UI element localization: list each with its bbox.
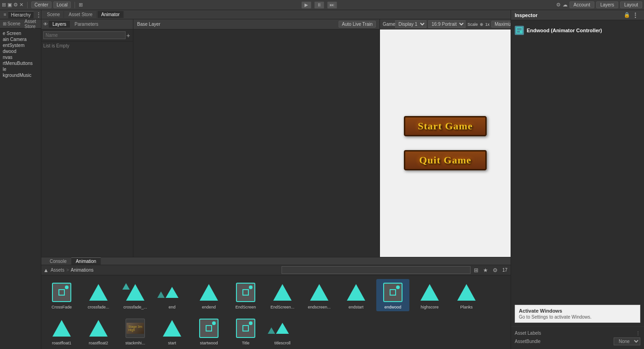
hierarchy-item[interactable]: e Screen bbox=[2, 30, 39, 36]
asset-start[interactable]: start bbox=[155, 315, 189, 347]
layers-button[interactable]: Layers bbox=[596, 1, 618, 8]
play-icon: ▶ bbox=[305, 2, 308, 7]
animator-sidebar: 👁 Layers Parameters + List is Empty bbox=[41, 19, 133, 257]
step-button[interactable]: ⏭ bbox=[327, 1, 337, 9]
inspector-options[interactable]: ⋮ bbox=[630, 12, 640, 19]
hierarchy-item[interactable]: entSystem bbox=[2, 42, 39, 48]
asset-endwood[interactable]: endwood bbox=[376, 279, 409, 311]
asset-crossfade[interactable]: CrossFade bbox=[45, 279, 78, 311]
collab-icon: ⚙ bbox=[556, 2, 561, 8]
roastfloat2-icon bbox=[87, 317, 110, 340]
animator-tab-bar: Scene Asset Store Animator bbox=[41, 10, 511, 19]
animation-tab[interactable]: Animation bbox=[71, 257, 101, 265]
animator-canvas: Base Layer Auto Live Train bbox=[133, 19, 380, 257]
asset-count: 17 bbox=[501, 268, 509, 273]
inspector-header: Inspector 🔒 ⋮ bbox=[511, 10, 644, 20]
list-empty-label: List is Empty bbox=[41, 41, 133, 50]
svg-point-4 bbox=[520, 31, 522, 33]
hierarchy-tab[interactable]: Hierarchy bbox=[8, 11, 34, 18]
asset-search-input[interactable] bbox=[282, 266, 471, 274]
animator-tab-btn[interactable]: Animator bbox=[98, 11, 124, 18]
titlescroll-icon bbox=[271, 317, 294, 340]
game-background: Start Game Quit Game bbox=[380, 29, 511, 257]
activate-sub: Go to Settings to activate Windows. bbox=[519, 314, 636, 320]
crossfade-icon bbox=[50, 281, 73, 304]
endend-label: endend bbox=[202, 305, 216, 309]
layers-tab[interactable]: Layers bbox=[49, 21, 70, 28]
planks-label: Planks bbox=[460, 305, 472, 309]
highscore-label: highscore bbox=[420, 305, 438, 309]
asset-browser: ▲ Assets > Animations ⊞ ★ ⚙ 17 bbox=[41, 265, 511, 349]
space-btn[interactable]: Local bbox=[53, 1, 71, 8]
base-layer-label: Base Layer bbox=[137, 22, 161, 27]
asset-title[interactable]: Title bbox=[229, 315, 262, 347]
asset-stackmhi[interactable]: Stage 3mHigh stackmhi... bbox=[119, 315, 152, 347]
activate-title: Activate Windows bbox=[519, 308, 636, 314]
asset-titlescroll[interactable]: titlescroll bbox=[266, 315, 299, 347]
hierarchy-item[interactable]: dwood bbox=[2, 48, 39, 54]
scene-tab[interactable]: ⊞Scene bbox=[1, 20, 22, 27]
asset-endscreen2[interactable]: EndScreen... bbox=[266, 279, 299, 311]
asset-store-tab[interactable]: Asset Store bbox=[23, 18, 40, 30]
quit-game-button[interactable]: Quit Game bbox=[404, 150, 487, 170]
game-view-title: Game bbox=[383, 22, 395, 27]
asset-favorite-icon[interactable]: ★ bbox=[482, 267, 489, 273]
bottom-area: Console Animation ▲ Assets > Animations … bbox=[41, 257, 511, 349]
endscreen3-label: endscreen... bbox=[308, 305, 331, 309]
start-game-label: Start Game bbox=[418, 120, 472, 132]
main-layout: ≡ Hierarchy ⋮ ⊞Scene Asset Store e Scree… bbox=[0, 10, 644, 349]
start-game-button[interactable]: Start Game bbox=[404, 116, 487, 136]
eye-icon[interactable]: 👁 bbox=[43, 22, 48, 27]
account-button[interactable]: Account bbox=[569, 1, 594, 8]
auto-live-button[interactable]: Auto Live Train bbox=[339, 21, 376, 28]
animator-canvas-header: Base Layer Auto Live Train bbox=[133, 19, 380, 29]
endstart-label: endstart bbox=[349, 305, 364, 309]
asset-settings-icon[interactable]: ⚙ bbox=[491, 267, 499, 273]
hierarchy-item[interactable]: kgroundMusic bbox=[2, 72, 39, 78]
asset-roastfloat2[interactable]: roastfloat2 bbox=[82, 315, 115, 347]
asset-roastfloat1[interactable]: roastfloat1 bbox=[45, 315, 78, 347]
animator-search-input[interactable] bbox=[43, 31, 126, 39]
asset-endstart[interactable]: endstart bbox=[339, 279, 373, 311]
display-select[interactable]: Display 1 bbox=[395, 20, 426, 28]
console-tab[interactable]: Console bbox=[45, 258, 71, 265]
asset-crossfade3[interactable]: crossfade_... bbox=[119, 279, 152, 311]
asset-highscore[interactable]: highscore bbox=[413, 279, 446, 311]
pivot-btn[interactable]: Center bbox=[31, 1, 52, 8]
asset-bundle-select[interactable]: None bbox=[614, 337, 640, 345]
inspector-lock-icon[interactable]: 🔒 bbox=[624, 12, 630, 18]
hierarchy-item[interactable]: nvas bbox=[2, 54, 39, 60]
animator-add-button[interactable]: + bbox=[126, 32, 131, 39]
asset-endscreen[interactable]: EndScreen bbox=[229, 279, 262, 311]
aspect-select[interactable]: 16:9 Portrait bbox=[428, 20, 466, 28]
parameters-tab[interactable]: Parameters bbox=[71, 21, 102, 28]
controller-name: Endwood (Animator Controller) bbox=[527, 28, 602, 33]
asset-end[interactable]: end bbox=[155, 279, 189, 311]
asset-endend[interactable]: endend bbox=[192, 279, 225, 311]
hierarchy-item[interactable]: le bbox=[2, 66, 39, 72]
pause-button[interactable]: ⏸ bbox=[314, 1, 324, 9]
stackmhi-label: stackmhi... bbox=[125, 341, 145, 345]
play-button[interactable]: ▶ bbox=[301, 1, 311, 9]
asset-startwood[interactable]: startwood bbox=[192, 315, 225, 347]
title-icon bbox=[234, 317, 257, 340]
asset-endscreen3[interactable]: endscreen... bbox=[303, 279, 336, 311]
asset-crossfade2[interactable]: crossfade... bbox=[82, 279, 115, 311]
hierarchy-item[interactable]: rtMenuButtons bbox=[2, 60, 39, 66]
startwood-label: startwood bbox=[200, 341, 218, 345]
asset-labels-options[interactable]: ⋮ bbox=[636, 331, 640, 336]
endscreen-icon bbox=[234, 281, 257, 304]
collapse-icon[interactable]: ▲ bbox=[43, 267, 49, 273]
hierarchy-item[interactable]: ain Camera bbox=[2, 36, 39, 42]
asset-planks[interactable]: Planks bbox=[450, 279, 483, 311]
scene-tab-btn[interactable]: Scene bbox=[43, 11, 64, 18]
inspector-content: Endwood (Animator Controller) bbox=[511, 20, 644, 301]
asset-filter-icon[interactable]: ⊞ bbox=[472, 267, 480, 273]
endscreen2-icon bbox=[271, 281, 294, 304]
planks-icon bbox=[455, 281, 478, 304]
asset-store-tab-btn[interactable]: Asset Store bbox=[65, 11, 97, 18]
layout-button[interactable]: Layout bbox=[620, 1, 642, 8]
animator-panel: Scene Asset Store Animator 👁 Layers Para… bbox=[41, 10, 511, 257]
cloud-icon: ☁ bbox=[563, 2, 568, 8]
right-inspector-panel: Inspector 🔒 ⋮ Endwood (Animator Controll… bbox=[511, 10, 644, 349]
